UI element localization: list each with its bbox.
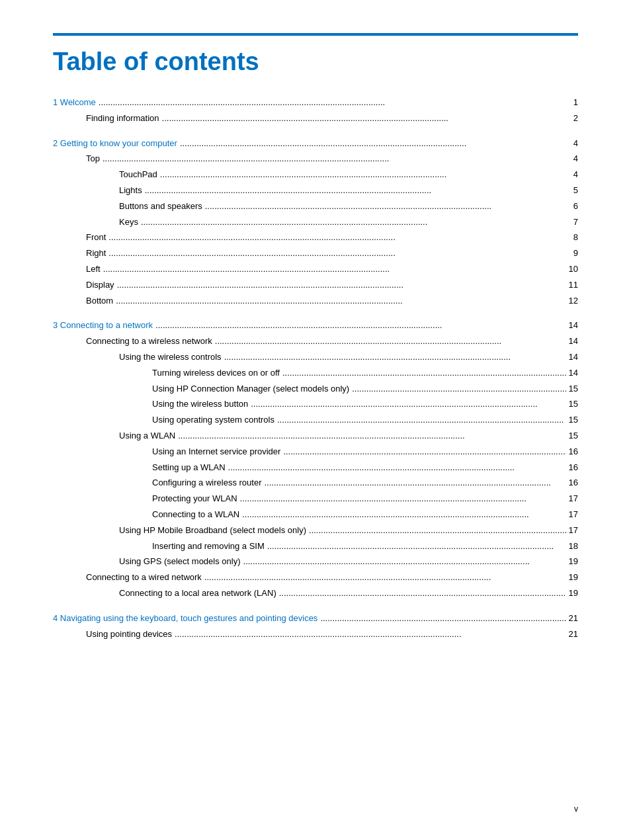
- toc-entry-label: Using a WLAN: [119, 429, 175, 443]
- toc-section: 1 Welcome ..............................…: [53, 96, 578, 641]
- toc-entry-label: Using the wireless controls: [119, 351, 222, 364]
- toc-entry: Inserting and removing a SIM ...........…: [53, 540, 578, 554]
- toc-entry-page: 17: [569, 492, 578, 506]
- toc-entry-dots: ........................................…: [141, 216, 571, 230]
- toc-entry-dots: ........................................…: [240, 492, 566, 506]
- toc-entry: Using the wireless controls ............…: [53, 351, 578, 364]
- toc-entry-page: 21: [569, 628, 578, 642]
- toc-entry-label[interactable]: 3 Connecting to a network: [53, 319, 153, 333]
- page-footer: v: [574, 804, 578, 814]
- toc-entry-dots: ........................................…: [116, 294, 566, 308]
- toc-entry: Configuring a wireless router ..........…: [53, 476, 578, 490]
- toc-entry-dots: ........................................…: [282, 366, 566, 380]
- toc-entry-label: Using HP Connection Manager (select mode…: [152, 382, 349, 396]
- toc-entry-dots: ........................................…: [224, 351, 566, 364]
- toc-entry-page: 14: [569, 335, 578, 349]
- toc-entry-page: 5: [573, 184, 578, 198]
- toc-entry-label: TouchPad: [119, 168, 157, 182]
- toc-entry: Buttons and speakers ...................…: [53, 200, 578, 214]
- footer-page-number: v: [574, 804, 578, 814]
- toc-entry-dots: ........................................…: [320, 612, 566, 626]
- toc-entry-page: 15: [569, 382, 578, 396]
- toc-entry-dots: ........................................…: [180, 137, 571, 151]
- toc-entry-page: 16: [569, 445, 578, 459]
- top-border: [53, 33, 578, 36]
- toc-entry: Top ....................................…: [53, 152, 578, 166]
- toc-entry-page: 19: [569, 571, 578, 585]
- toc-entry-page: 9: [573, 247, 578, 261]
- toc-entry-dots: ........................................…: [215, 335, 566, 349]
- toc-entry: Protecting your WLAN ...................…: [53, 492, 578, 506]
- toc-entry: Using operating system controls ........…: [53, 413, 578, 427]
- toc-entry-page: 4: [573, 152, 578, 166]
- toc-entry-dots: ........................................…: [108, 247, 570, 261]
- toc-entry-page: 21: [569, 612, 578, 626]
- toc-entry-dots: ........................................…: [145, 184, 571, 198]
- toc-entry-page: 18: [569, 540, 578, 554]
- toc-entry-page: 8: [573, 231, 578, 245]
- toc-entry-page: 11: [569, 278, 578, 292]
- toc-entry-page: 4: [573, 137, 578, 151]
- toc-entry: Left ...................................…: [53, 263, 578, 276]
- toc-entry: Front ..................................…: [53, 231, 578, 245]
- toc-entry-page: 1: [573, 96, 578, 110]
- toc-entry-dots: ........................................…: [228, 461, 566, 475]
- toc-entry-label: Configuring a wireless router: [152, 476, 261, 490]
- toc-entry-dots: ........................................…: [99, 96, 571, 110]
- toc-entry-page: 19: [569, 587, 578, 601]
- toc-entry-dots: ........................................…: [243, 555, 566, 569]
- toc-spacer: [53, 603, 578, 612]
- toc-entry: Connecting to a wireless network .......…: [53, 335, 578, 349]
- toc-entry: Using HP Connection Manager (select mode…: [53, 382, 578, 396]
- toc-entry-label: Using the wireless button: [152, 398, 248, 411]
- toc-entry-dots: ........................................…: [205, 200, 571, 214]
- toc-entry-dots: ........................................…: [103, 263, 566, 276]
- toc-entry-label: Bottom: [86, 294, 113, 308]
- toc-entry: 3 Connecting to a network ..............…: [53, 319, 578, 333]
- toc-entry: Finding information ....................…: [53, 112, 578, 126]
- toc-entry-dots: ........................................…: [160, 168, 571, 182]
- toc-entry-dots: ........................................…: [264, 476, 566, 490]
- toc-entry-label: Using an Internet service provider: [152, 445, 280, 459]
- toc-entry-dots: ........................................…: [155, 319, 566, 333]
- toc-entry-dots: ........................................…: [103, 152, 571, 166]
- toc-entry-label: Using GPS (select models only): [119, 555, 241, 569]
- toc-entry-page: 7: [573, 216, 578, 230]
- toc-entry-dots: ........................................…: [283, 445, 566, 459]
- toc-entry: Setting up a WLAN ......................…: [53, 461, 578, 475]
- toc-entry-page: 4: [573, 168, 578, 182]
- toc-spacer: [53, 128, 578, 137]
- toc-entry: Bottom .................................…: [53, 294, 578, 308]
- toc-entry-page: 15: [569, 429, 578, 443]
- toc-entry-page: 19: [569, 555, 578, 569]
- toc-entry-page: 14: [569, 319, 578, 333]
- toc-entry-page: 16: [569, 461, 578, 475]
- toc-entry-label: Front: [86, 231, 106, 245]
- toc-entry-dots: ........................................…: [277, 413, 566, 427]
- toc-entry-page: 15: [569, 398, 578, 411]
- toc-entry: Display ................................…: [53, 278, 578, 292]
- toc-entry-page: 14: [569, 366, 578, 380]
- page-title: Table of contents: [53, 48, 578, 76]
- toc-entry-dots: ........................................…: [251, 398, 566, 411]
- toc-entry-page: 12: [569, 294, 578, 308]
- toc-entry-label: Right: [86, 247, 106, 261]
- toc-entry: Lights .................................…: [53, 184, 578, 198]
- toc-entry: 2 Getting to know your computer ........…: [53, 137, 578, 151]
- toc-entry-label: Using operating system controls: [152, 413, 274, 427]
- toc-entry: Using GPS (select models only) .........…: [53, 555, 578, 569]
- toc-entry-label: Connecting to a wired network: [86, 571, 202, 585]
- toc-spacer: [53, 310, 578, 319]
- toc-entry-dots: ........................................…: [162, 112, 571, 126]
- toc-entry: 4 Navigating using the keyboard, touch g…: [53, 612, 578, 626]
- toc-entry-label[interactable]: 2 Getting to know your computer: [53, 137, 177, 151]
- toc-entry-label[interactable]: 1 Welcome: [53, 96, 96, 110]
- toc-entry-label: Keys: [119, 216, 138, 230]
- toc-entry-label: Setting up a WLAN: [152, 461, 226, 475]
- toc-entry-label: Connecting to a WLAN: [152, 508, 239, 522]
- toc-entry-dots: ........................................…: [309, 524, 566, 538]
- toc-entry-label: Inserting and removing a SIM: [152, 540, 265, 554]
- toc-entry-label[interactable]: 4 Navigating using the keyboard, touch g…: [53, 612, 317, 626]
- toc-entry-page: 10: [569, 263, 578, 276]
- toc-entry: Connecting to a WLAN ...................…: [53, 508, 578, 522]
